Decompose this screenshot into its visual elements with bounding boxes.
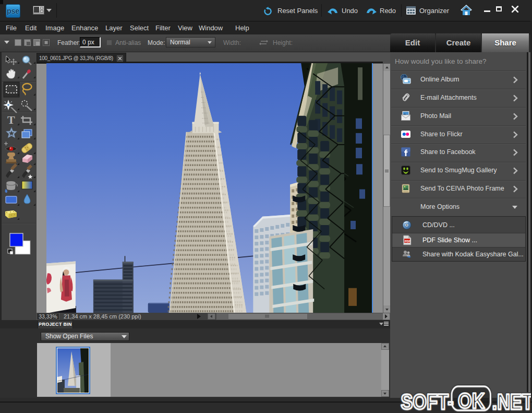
svg-text:SOFT-: SOFT- [401,389,453,413]
svg-text:.NET: .NET [492,389,531,413]
svg-text:PDF: PDF [405,240,411,243]
svg-text:OK: OK [458,388,485,412]
svg-text:T: T [7,113,15,126]
